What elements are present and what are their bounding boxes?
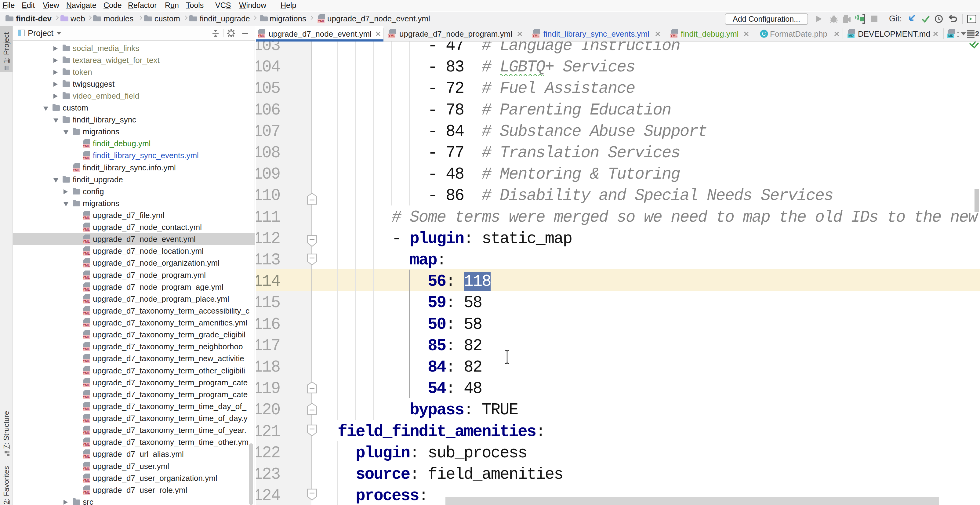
svg-text:C: C (762, 31, 766, 37)
svg-text:YML: YML (318, 19, 325, 23)
